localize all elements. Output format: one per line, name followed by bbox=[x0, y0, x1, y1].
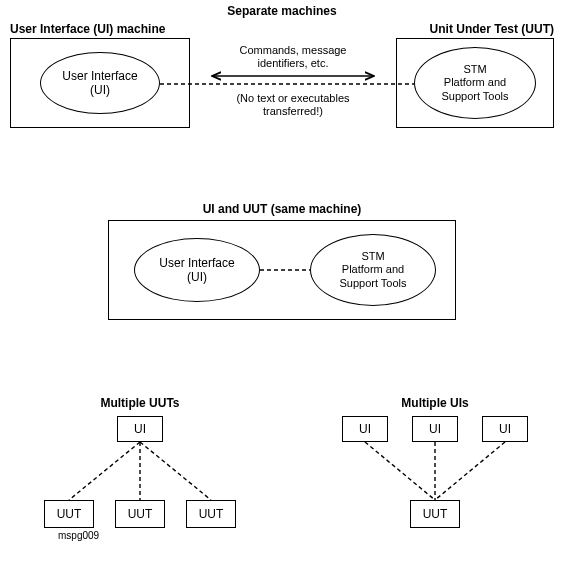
stm-ellipse-1: STM Platform and Support Tools bbox=[414, 47, 536, 119]
multiple-uis-title: Multiple UIs bbox=[360, 396, 510, 410]
separate-machines-title: Separate machines bbox=[0, 4, 564, 18]
uut-label: Unit Under Test (UUT) bbox=[384, 22, 554, 36]
ui-box-1: UI bbox=[342, 416, 388, 442]
same-machine-title: UI and UUT (same machine) bbox=[0, 202, 564, 216]
svg-line-6 bbox=[365, 442, 435, 500]
link-note-bottom: (No text or executables transferred!) bbox=[206, 92, 380, 118]
uut-bottom-box: UUT bbox=[410, 500, 460, 528]
multiple-uuts-title: Multiple UUTs bbox=[60, 396, 220, 410]
ui-ellipse-1: User Interface (UI) bbox=[40, 52, 160, 114]
svg-line-3 bbox=[69, 442, 140, 500]
svg-line-8 bbox=[435, 442, 505, 500]
ui-ellipse-2: User Interface (UI) bbox=[134, 238, 260, 302]
uut-box-3: UUT bbox=[186, 500, 236, 528]
svg-line-5 bbox=[140, 442, 211, 500]
uut-box-1: UUT bbox=[44, 500, 94, 528]
stm-ellipse-2: STM Platform and Support Tools bbox=[310, 234, 436, 306]
ui-box-3: UI bbox=[482, 416, 528, 442]
ui-box-2: UI bbox=[412, 416, 458, 442]
ui-top-box: UI bbox=[117, 416, 163, 442]
link-note-top: Commands, message identifiers, etc. bbox=[206, 44, 380, 70]
figure-code: mspg009 bbox=[58, 530, 99, 541]
uut-box-2: UUT bbox=[115, 500, 165, 528]
ui-machine-label: User Interface (UI) machine bbox=[10, 22, 190, 36]
